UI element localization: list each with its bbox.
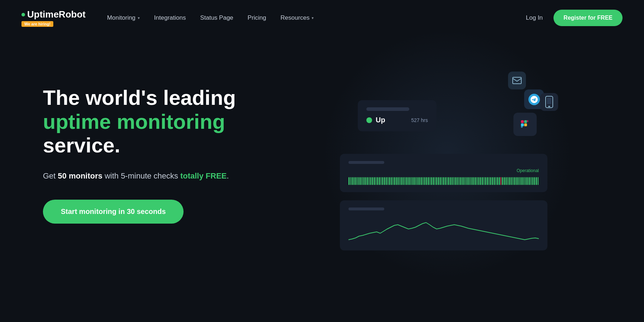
status-hours: 527 hrs — [411, 117, 428, 123]
svg-rect-0 — [513, 77, 521, 84]
uptime-bar — [482, 177, 483, 185]
uptime-bar — [468, 177, 469, 185]
uptime-bar — [355, 177, 356, 185]
uptime-bar — [455, 177, 456, 185]
uptime-bar — [401, 177, 402, 185]
uptime-bar — [516, 177, 517, 185]
status-text: Up — [376, 116, 385, 124]
uptime-bar — [357, 177, 358, 185]
uptime-bar — [402, 177, 404, 185]
uptime-bar — [524, 177, 525, 185]
logo-dot — [21, 13, 25, 16]
card-bar — [366, 107, 409, 111]
hiring-badge[interactable]: We are hiring! — [21, 21, 53, 27]
uptime-bar — [463, 177, 464, 185]
login-link[interactable]: Log In — [526, 14, 543, 21]
chevron-down-icon: ▾ — [138, 16, 140, 20]
uptime-bar — [522, 177, 523, 185]
nav-item-monitoring[interactable]: Monitoring ▾ — [107, 14, 140, 21]
uptime-bar — [536, 177, 537, 185]
nav-links: Monitoring ▾ Integrations Status Page Pr… — [107, 14, 526, 21]
uptime-bar — [440, 177, 441, 185]
uptime-bar — [431, 177, 432, 185]
response-chart — [348, 215, 539, 243]
uptime-bar — [511, 177, 512, 185]
uptime-bar — [462, 177, 463, 185]
uptime-bar — [358, 177, 360, 185]
svg-rect-5 — [527, 120, 528, 122]
nav-item-integrations[interactable]: Integrations — [154, 14, 186, 21]
subtitle-suffix: . — [227, 171, 229, 180]
uptime-bar — [494, 177, 495, 185]
uptime-bar-down — [501, 177, 502, 185]
uptime-bar — [430, 177, 431, 185]
uptime-bar — [443, 177, 444, 185]
uptime-bar — [408, 177, 409, 185]
uptime-bar — [484, 177, 485, 185]
uptime-bar — [529, 177, 530, 185]
email-badge — [508, 72, 526, 89]
uptime-bar — [409, 177, 410, 185]
uptime-bar — [414, 177, 415, 185]
uptime-bar — [452, 177, 453, 185]
uptime-bar — [436, 177, 437, 185]
uptime-bar — [485, 177, 486, 185]
svg-rect-4 — [524, 123, 527, 126]
uptime-bar — [496, 177, 497, 185]
uptime-bar — [419, 177, 420, 185]
uptime-bar — [475, 177, 476, 185]
uptime-bar — [391, 177, 392, 185]
uptime-bar — [352, 177, 353, 185]
uptime-bar — [392, 177, 394, 185]
register-button[interactable]: Register for FREE — [553, 10, 623, 26]
uptime-bar — [367, 177, 368, 185]
uptime-bar — [362, 177, 363, 185]
uptime-bar — [372, 177, 373, 185]
uptime-bar — [538, 177, 539, 185]
uptime-bar — [389, 177, 390, 185]
svg-rect-3 — [524, 120, 527, 123]
uptime-bar — [423, 177, 424, 185]
uptime-bar — [519, 177, 520, 185]
uptime-bar — [411, 177, 412, 185]
logo-text: UptimeRobot — [27, 9, 86, 20]
nav-item-resources[interactable]: Resources ▾ — [280, 14, 314, 21]
uptime-bar — [424, 177, 425, 185]
uptime-bar — [384, 177, 385, 185]
uptime-bar — [360, 177, 361, 185]
uptime-bar — [514, 177, 515, 185]
uptime-bar — [531, 177, 532, 185]
uptime-bar — [445, 177, 446, 185]
dashboard-area: Up 527 hrs — [336, 72, 551, 286]
uptime-bar — [534, 177, 535, 185]
mobile-badge — [540, 93, 558, 111]
uptime-bar — [404, 177, 405, 185]
uptime-bar — [472, 177, 473, 185]
logo[interactable]: UptimeRobot — [21, 9, 86, 20]
svg-rect-2 — [521, 123, 524, 126]
subtitle-mid: with 5-minute checks — [102, 171, 180, 180]
uptime-bar — [441, 177, 443, 185]
uptime-bar — [370, 177, 371, 185]
status-dot-green — [366, 117, 372, 123]
uptime-bar — [465, 177, 466, 185]
uptime-bar — [406, 177, 407, 185]
cta-button[interactable]: Start monitoring in 30 seconds — [43, 200, 184, 224]
uptime-bar — [517, 177, 518, 185]
svg-rect-1 — [521, 120, 524, 123]
uptime-bar — [376, 177, 377, 185]
uptime-bar — [433, 177, 434, 185]
uptime-bar — [365, 177, 366, 185]
uptime-bar — [458, 177, 459, 185]
uptime-bar — [526, 177, 527, 185]
nav-item-pricing[interactable]: Pricing — [248, 14, 266, 21]
uptime-bar — [487, 177, 488, 185]
nav-item-status-page[interactable]: Status Page — [200, 14, 233, 21]
hero-title-green: uptime monitoring — [43, 110, 225, 133]
uptime-bar — [435, 177, 436, 185]
uptime-bar — [507, 177, 508, 185]
chart-area — [348, 215, 539, 243]
chevron-down-icon: ▾ — [312, 16, 314, 20]
uptime-bar — [480, 177, 481, 185]
uptime-bar — [453, 177, 454, 185]
